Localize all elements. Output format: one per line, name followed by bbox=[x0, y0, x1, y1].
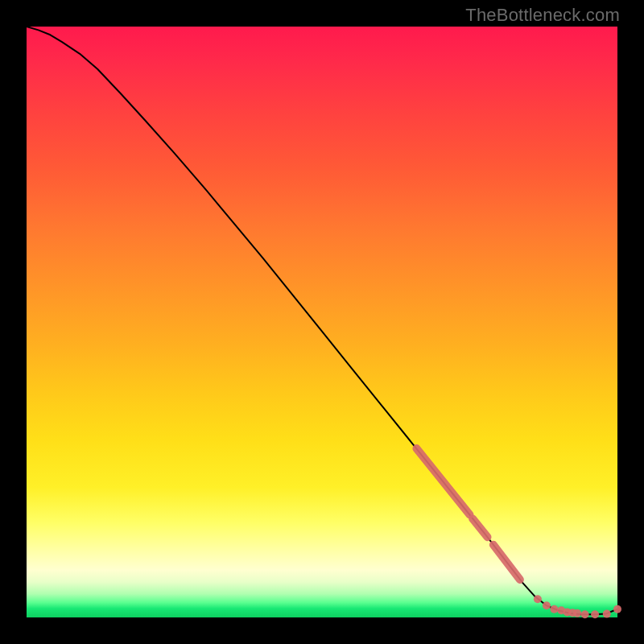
bottom-dots bbox=[534, 595, 621, 618]
chart-stage: TheBottleneck.com bbox=[0, 0, 644, 644]
highlight-dot bbox=[573, 609, 581, 617]
highlight-dot bbox=[603, 610, 611, 618]
highlight-segment bbox=[473, 518, 487, 537]
highlight-dot bbox=[613, 605, 621, 613]
watermark-text: TheBottleneck.com bbox=[465, 5, 620, 26]
highlight-dot bbox=[581, 610, 589, 618]
highlight-dot bbox=[550, 605, 558, 613]
highlight-dot bbox=[591, 610, 599, 618]
highlight-segments bbox=[416, 448, 519, 580]
chart-svg bbox=[27, 27, 617, 617]
highlight-dot bbox=[534, 595, 542, 603]
highlight-dot bbox=[543, 601, 551, 609]
plot-area bbox=[27, 27, 617, 617]
highlight-segment bbox=[493, 545, 520, 580]
highlight-segment bbox=[416, 448, 469, 514]
bottleneck-curve bbox=[27, 27, 617, 614]
